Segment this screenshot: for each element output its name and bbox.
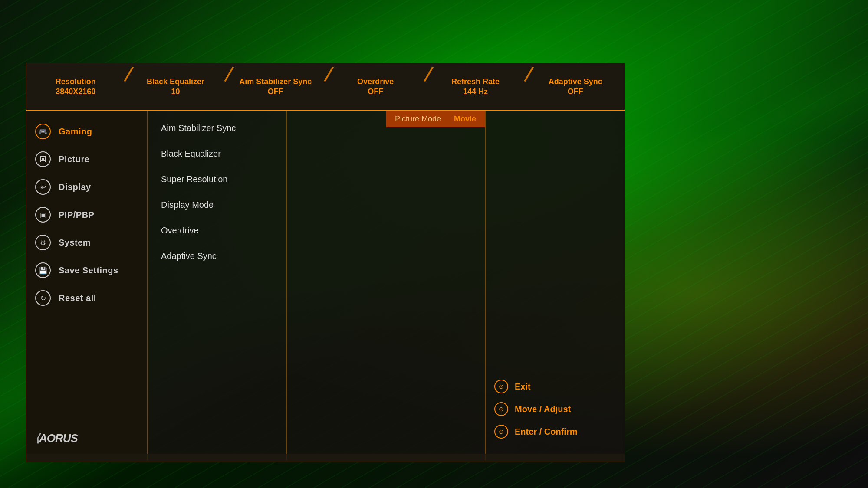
- status-item-adaptive-sync: Adaptive Sync OFF: [526, 63, 625, 110]
- status-label-resolution: Resolution: [56, 77, 96, 87]
- sidebar-item-picture[interactable]: 🖼 Picture: [26, 145, 147, 173]
- status-value-resolution: 3840X2160: [56, 87, 95, 96]
- reset-all-icon: ↻: [35, 290, 51, 306]
- sidebar-item-pip-pbp[interactable]: ▣ PIP/PBP: [26, 201, 147, 229]
- aorus-logo: ⟨AORUS: [26, 422, 147, 454]
- control-exit: ⊙ Exit: [494, 380, 616, 393]
- pip-pbp-icon: ▣: [35, 207, 51, 223]
- status-item-aim-stab: Aim Stabilizer Sync OFF: [227, 63, 325, 110]
- osd-panel: Resolution 3840X2160 / Black Equalizer 1…: [26, 63, 625, 462]
- status-item-overdrive: Overdrive OFF: [326, 63, 424, 110]
- display-icon: ↩: [35, 179, 51, 195]
- status-value-adaptive-sync: OFF: [568, 87, 583, 96]
- control-move-adjust: ⊙ Move / Adjust: [494, 402, 616, 416]
- menu-item-black-equalizer[interactable]: Black Equalizer: [148, 141, 286, 167]
- sidebar-item-display[interactable]: ↩ Display: [26, 173, 147, 201]
- sidebar-label-system: System: [59, 238, 91, 248]
- status-label-overdrive: Overdrive: [357, 77, 394, 87]
- sidebar-item-save-settings[interactable]: 💾 Save Settings: [26, 256, 147, 284]
- sidebar-label-gaming: Gaming: [59, 127, 92, 137]
- sidebar-label-pip-pbp: PIP/PBP: [59, 210, 94, 220]
- gaming-icon: 🎮: [35, 124, 51, 139]
- status-item-resolution: Resolution 3840X2160: [26, 63, 125, 110]
- controls-panel: ⊙ Exit ⊙ Move / Adjust ⊙ Enter / Confirm: [486, 111, 625, 460]
- menu-item-display-mode[interactable]: Display Mode: [148, 192, 286, 218]
- status-value-overdrive: OFF: [368, 87, 383, 96]
- control-enter-confirm: ⊙ Enter / Confirm: [494, 425, 616, 439]
- control-exit-label: Exit: [515, 382, 531, 392]
- sidebar-label-picture: Picture: [59, 154, 89, 164]
- status-label-refresh: Refresh Rate: [451, 77, 500, 87]
- menu-item-overdrive[interactable]: Overdrive: [148, 218, 286, 243]
- status-bar: Resolution 3840X2160 / Black Equalizer 1…: [26, 63, 625, 111]
- bottom-bar: [26, 454, 625, 462]
- menu-item-aim-stabilizer-sync[interactable]: Aim Stabilizer Sync: [148, 115, 286, 141]
- menu-panel: Aim Stabilizer Sync Black Equalizer Supe…: [148, 111, 287, 460]
- status-value-refresh: 144 Hz: [463, 87, 488, 96]
- system-icon: ⚙: [35, 235, 51, 250]
- sub-panel: Picture Mode Movie: [287, 111, 486, 460]
- status-label-aim-stab: Aim Stabilizer Sync: [239, 77, 312, 87]
- picture-mode-label: Picture Mode: [395, 115, 441, 124]
- status-label-adaptive-sync: Adaptive Sync: [549, 77, 602, 87]
- control-enter-confirm-label: Enter / Confirm: [515, 427, 577, 437]
- status-value-aim-stab: OFF: [268, 87, 283, 96]
- status-item-black-eq: Black Equalizer 10: [126, 63, 224, 110]
- control-move-adjust-label: Move / Adjust: [515, 404, 571, 414]
- sidebar-item-gaming[interactable]: 🎮 Gaming: [26, 118, 147, 145]
- status-value-black-eq: 10: [171, 87, 180, 96]
- sidebar-label-reset-all: Reset all: [59, 293, 96, 303]
- picture-icon: 🖼: [35, 151, 51, 167]
- sidebar-item-system[interactable]: ⚙ System: [26, 229, 147, 256]
- status-item-refresh: Refresh Rate 144 Hz: [426, 63, 524, 110]
- main-content: 🎮 Gaming 🖼 Picture ↩ Display ▣ PIP/PBP ⚙…: [26, 111, 625, 460]
- move-adjust-icon: ⊙: [494, 402, 508, 416]
- picture-mode-value: Movie: [454, 115, 476, 124]
- sidebar-label-save-settings: Save Settings: [59, 265, 118, 275]
- sidebar-item-reset-all[interactable]: ↻ Reset all: [26, 284, 147, 312]
- picture-mode-bar: Picture Mode Movie: [386, 111, 485, 127]
- menu-item-super-resolution[interactable]: Super Resolution: [148, 167, 286, 192]
- save-settings-icon: 💾: [35, 262, 51, 278]
- exit-icon: ⊙: [494, 380, 508, 393]
- status-label-black-eq: Black Equalizer: [147, 77, 204, 87]
- menu-item-adaptive-sync[interactable]: Adaptive Sync: [148, 243, 286, 269]
- sidebar-label-display: Display: [59, 182, 91, 192]
- enter-confirm-icon: ⊙: [494, 425, 508, 439]
- sidebar: 🎮 Gaming 🖼 Picture ↩ Display ▣ PIP/PBP ⚙…: [26, 111, 148, 460]
